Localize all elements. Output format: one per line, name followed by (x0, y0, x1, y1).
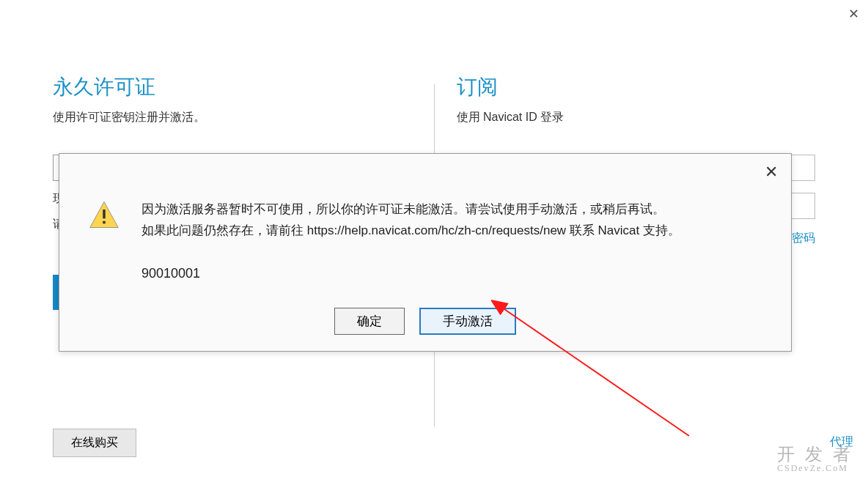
ok-button[interactable]: 确定 (334, 308, 405, 335)
forgot-password-link[interactable]: 密码 (792, 231, 815, 246)
warning-icon (89, 199, 119, 230)
modal-line-1: 因为激活服务器暂时不可使用，所以你的许可证未能激活。请尝试使用手动激活，或稍后再… (141, 199, 762, 221)
main-window: ✕ 永久许可证 使用许可证密钥注册并激活。 现在 请在 订阅 使用 Navica… (0, 0, 868, 485)
activation-error-dialog: ✕ 因为激活服务器暂时不可使用，所以你的许可证未能激活。请尝试使用手动激活，或稍… (59, 153, 792, 352)
close-icon: ✕ (765, 163, 778, 181)
svg-rect-2 (103, 221, 106, 224)
watermark-logo: 开 发 者 CSDevZe.CoM (777, 443, 853, 474)
modal-close-button[interactable]: ✕ (765, 163, 778, 182)
modal-error-code: 90010001 (141, 262, 762, 285)
subscription-subtitle: 使用 Navicat ID 登录 (457, 110, 816, 125)
svg-rect-1 (103, 210, 106, 218)
perpetual-title: 永久许可证 (53, 73, 412, 101)
watermark-main: 开 发 者 (777, 445, 853, 464)
watermark-sub: CSDevZe.CoM (777, 463, 853, 474)
perpetual-subtitle: 使用许可证密钥注册并激活。 (53, 110, 412, 125)
modal-line-2: 如果此问题仍然存在，请前往 https://help.navicat.com/h… (141, 221, 762, 242)
manual-activate-button[interactable]: 手动激活 (419, 308, 516, 335)
buy-online-button[interactable]: 在线购买 (53, 429, 136, 457)
modal-button-row: 确定 手动激活 (59, 299, 791, 351)
modal-body: 因为激活服务器暂时不可使用，所以你的许可证未能激活。请尝试使用手动激活，或稍后再… (59, 154, 791, 299)
modal-message: 因为激活服务器暂时不可使用，所以你的许可证未能激活。请尝试使用手动激活，或稍后再… (141, 199, 762, 284)
subscription-title: 订阅 (457, 73, 816, 101)
